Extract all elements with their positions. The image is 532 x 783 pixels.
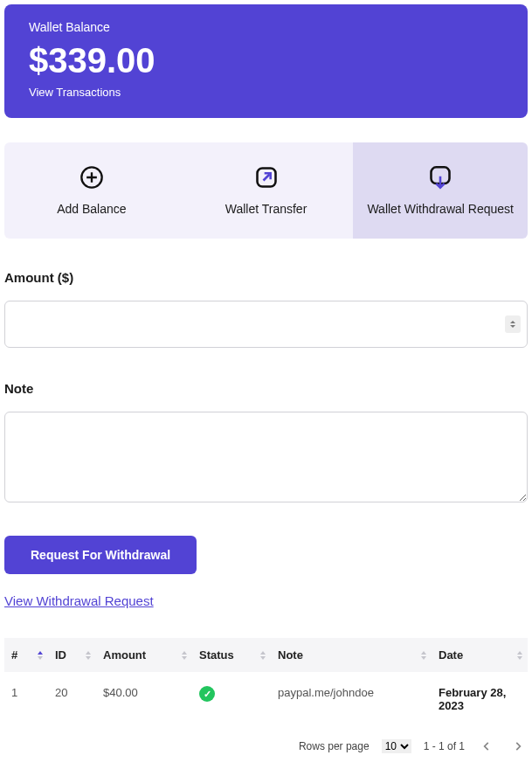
cell-amount: $40.00 (96, 672, 192, 726)
svg-line-4 (263, 175, 269, 181)
col-note[interactable]: Note (271, 638, 432, 672)
tab-withdrawal-request[interactable]: Wallet Withdrawal Request (353, 142, 528, 239)
view-transactions-link[interactable]: View Transactions (29, 86, 503, 99)
table-pager: Rows per page 10 1 - 1 of 1 (4, 737, 528, 756)
stepper-icon[interactable] (505, 315, 521, 333)
rows-per-page-label: Rows per page (299, 740, 370, 752)
plus-circle-icon (79, 165, 104, 190)
col-amount[interactable]: Amount (96, 638, 192, 672)
withdrawal-table: # ID Amount Status Note Date 1 20 $40.00… (4, 638, 528, 726)
withdraw-down-icon (428, 165, 453, 190)
cell-id: 20 (48, 672, 96, 726)
col-id[interactable]: ID (48, 638, 96, 672)
tab-add-balance[interactable]: Add Balance (4, 142, 179, 239)
prev-page-button[interactable] (477, 737, 496, 756)
wallet-balance-card: Wallet Balance $339.00 View Transactions (4, 4, 528, 118)
cell-index: 1 (4, 672, 48, 726)
table-row: 1 20 $40.00 ✓ paypal.me/johndoe February… (4, 672, 528, 726)
wallet-balance-amount: $339.00 (29, 41, 503, 80)
rows-per-page-select[interactable]: 10 (382, 739, 411, 753)
amount-label: Amount ($) (4, 270, 528, 285)
wallet-tabs: Add Balance Wallet Transfer Wallet Withd… (4, 142, 528, 239)
tab-label: Wallet Transfer (225, 202, 307, 216)
request-withdrawal-button[interactable]: Request For Withdrawal (4, 536, 197, 574)
note-label: Note (4, 381, 528, 396)
cell-status: ✓ (192, 672, 271, 726)
page-range: 1 - 1 of 1 (424, 740, 465, 752)
next-page-button[interactable] (508, 737, 528, 756)
external-arrow-icon (254, 165, 279, 190)
col-date[interactable]: Date (432, 638, 528, 672)
amount-input[interactable] (4, 301, 528, 348)
status-ok-icon: ✓ (199, 686, 215, 702)
cell-date: February 28, 2023 (432, 672, 528, 726)
wallet-balance-label: Wallet Balance (29, 20, 503, 34)
tab-wallet-transfer[interactable]: Wallet Transfer (179, 142, 354, 239)
tab-label: Wallet Withdrawal Request (367, 202, 514, 216)
view-withdrawal-request-link[interactable]: View Withdrawal Request (4, 593, 154, 608)
cell-note: paypal.me/johndoe (271, 672, 432, 726)
col-index[interactable]: # (4, 638, 48, 672)
tab-label: Add Balance (57, 202, 126, 216)
col-status[interactable]: Status (192, 638, 271, 672)
note-textarea[interactable] (4, 412, 528, 502)
